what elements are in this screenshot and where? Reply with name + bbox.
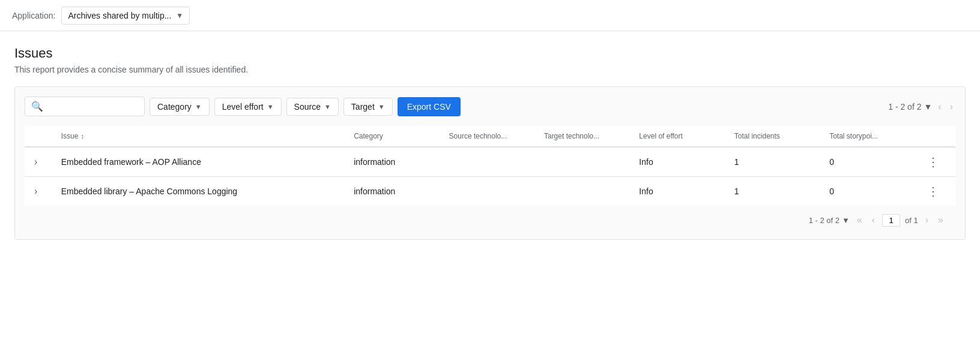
row1-incidents: 1 xyxy=(727,147,822,177)
source-filter[interactable]: Source ▼ xyxy=(286,98,339,116)
prev-page-btn[interactable]: ‹ xyxy=(870,213,877,227)
row2-incidents: 1 xyxy=(727,177,822,206)
th-source: Source technolo... xyxy=(442,126,537,147)
category-filter-label: Category xyxy=(157,102,192,112)
source-filter-label: Source xyxy=(294,102,321,112)
table-row: › Embedded framework – AOP Alliance info… xyxy=(25,147,955,177)
th-incidents-label: Total incidents xyxy=(734,132,780,140)
row2-issue: Embedded library – Apache Commons Loggin… xyxy=(54,177,346,206)
row1-storypoints: 0 xyxy=(822,147,917,177)
th-issue: Issue ↕ xyxy=(54,126,346,147)
level-effort-chevron: ▼ xyxy=(267,103,274,110)
row2-more-button[interactable]: ⋮ xyxy=(925,185,942,197)
prev-page-button[interactable]: ‹ xyxy=(936,100,943,114)
th-effort-label: Level of effort xyxy=(639,132,683,140)
bottom-range: 1 - 2 of 2 xyxy=(809,216,839,225)
first-page-button[interactable]: « xyxy=(854,213,865,227)
th-target-label: Target technolo... xyxy=(544,132,599,140)
th-storypoints-label: Total storypoi... xyxy=(829,132,878,140)
target-filter-label: Target xyxy=(351,102,375,112)
expand-row2-button[interactable]: › xyxy=(32,186,40,197)
row1-category: information xyxy=(346,147,441,177)
th-actions xyxy=(918,126,955,147)
th-issue-label: Issue xyxy=(61,132,79,140)
target-chevron: ▼ xyxy=(378,103,385,110)
row1-effort: Info xyxy=(632,147,727,177)
level-effort-label: Level effort xyxy=(222,102,264,112)
toolbar: 🔍 Category ▼ Level effort ▼ Source ▼ Tar… xyxy=(25,97,955,116)
bottom-page-select[interactable]: 1 - 2 of 2 ▼ xyxy=(809,216,850,225)
row2-category: information xyxy=(346,177,441,206)
row1-source xyxy=(442,147,537,177)
th-storypoints: Total storypoi... xyxy=(822,126,917,147)
row2-expand: › xyxy=(25,177,54,206)
prev-icon: ‹ xyxy=(872,215,875,225)
of-label: of 1 xyxy=(905,216,918,225)
bottom-chevron: ▼ xyxy=(842,216,850,225)
top-bar: Application: Archives shared by multip..… xyxy=(0,0,980,31)
level-effort-filter[interactable]: Level effort ▼ xyxy=(214,98,282,116)
last-icon: » xyxy=(938,215,943,225)
last-page-btn[interactable]: » xyxy=(936,213,946,227)
row2-effort: Info xyxy=(632,177,727,206)
next-icon: › xyxy=(925,215,928,225)
next-page-btn[interactable]: › xyxy=(923,213,931,227)
search-box[interactable]: 🔍 xyxy=(25,97,145,116)
category-chevron: ▼ xyxy=(195,103,202,110)
row2-actions: ⋮ xyxy=(918,177,955,206)
category-filter[interactable]: Category ▼ xyxy=(150,98,210,116)
export-csv-button[interactable]: Export CSV xyxy=(398,97,461,116)
app-select-chevron: ▼ xyxy=(176,11,183,20)
pagination-chevron: ▼ xyxy=(924,102,932,112)
th-incidents: Total incidents xyxy=(727,126,822,147)
th-category-label: Category xyxy=(354,132,383,140)
next-page-button[interactable]: › xyxy=(948,100,955,114)
target-filter[interactable]: Target ▼ xyxy=(343,98,393,116)
row1-actions: ⋮ xyxy=(918,147,955,177)
first-icon: « xyxy=(857,215,862,225)
th-effort: Level of effort xyxy=(632,126,727,147)
row2-storypoints: 0 xyxy=(822,177,917,206)
table-row: › Embedded library – Apache Commons Logg… xyxy=(25,177,955,206)
row1-more-button[interactable]: ⋮ xyxy=(925,156,942,168)
table-container: 🔍 Category ▼ Level effort ▼ Source ▼ Tar… xyxy=(14,86,966,240)
page-subtitle: This report provides a concise summary o… xyxy=(14,65,966,74)
row2-source xyxy=(442,177,537,206)
search-input[interactable] xyxy=(47,102,138,112)
main-content: Issues This report provides a concise su… xyxy=(0,31,980,249)
export-label: Export CSV xyxy=(407,102,451,112)
th-expand xyxy=(25,126,54,147)
app-label: Application: xyxy=(12,11,55,20)
th-target: Target technolo... xyxy=(537,126,632,147)
page-count[interactable]: 1 - 2 of 2 ▼ xyxy=(888,102,932,112)
row1-issue: Embedded framework – AOP Alliance xyxy=(54,147,346,177)
row2-target xyxy=(537,177,632,206)
search-icon: 🔍 xyxy=(31,101,43,112)
source-chevron: ▼ xyxy=(324,103,331,110)
sort-icon: ↕ xyxy=(80,133,84,140)
issues-table: Issue ↕ Category Source technolo... Targ… xyxy=(25,126,955,206)
app-select-value: Archives shared by multip... xyxy=(68,11,171,20)
app-select-dropdown[interactable]: Archives shared by multip... ▼ xyxy=(61,7,190,25)
toolbar-pagination: 1 - 2 of 2 ▼ ‹ › xyxy=(888,100,955,114)
page-title: Issues xyxy=(14,46,966,61)
row1-expand: › xyxy=(25,147,54,177)
page-number-input[interactable] xyxy=(882,214,900,227)
bottom-pagination: 1 - 2 of 2 ▼ « ‹ of 1 › » xyxy=(25,206,955,230)
row1-target xyxy=(537,147,632,177)
th-source-label: Source technolo... xyxy=(449,132,507,140)
pagination-range: 1 - 2 of 2 xyxy=(888,102,921,112)
expand-row1-button[interactable]: › xyxy=(32,157,40,167)
table-header-row: Issue ↕ Category Source technolo... Targ… xyxy=(25,126,955,147)
th-category: Category xyxy=(346,126,441,147)
